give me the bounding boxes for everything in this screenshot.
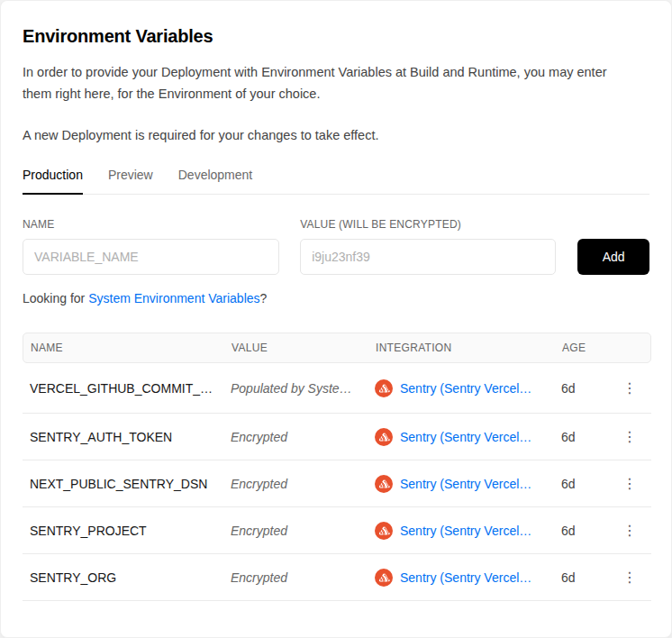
environment-variables-panel: Environment Variables In order to provid… [0, 0, 672, 638]
variable-value-cell: Encrypted [231, 524, 375, 538]
variable-name-cell: SENTRY_AUTH_TOKEN [23, 430, 231, 444]
tab-label: Development [178, 168, 253, 182]
row-actions: ⋮ [617, 378, 653, 399]
column-header-name: NAME [23, 342, 232, 354]
variable-name-cell: VERCEL_GITHUB_COMMIT_… [23, 381, 231, 396]
row-actions: ⋮ [617, 520, 653, 542]
name-label: NAME [23, 218, 279, 231]
kebab-menu-icon[interactable]: ⋮ [617, 378, 642, 399]
integration-link[interactable]: Sentry (Sentry Vercel… [400, 570, 531, 585]
system-env-hint: Looking for System Environment Variables… [23, 291, 649, 305]
integration-cell: Sentry (Sentry Vercel… [375, 428, 561, 446]
redeploy-note-text: A new Deployment is required for your ch… [23, 124, 628, 146]
sentry-icon [375, 475, 393, 493]
sentry-icon [375, 522, 393, 540]
variable-name-input[interactable] [23, 239, 279, 275]
column-header-age: AGE [562, 342, 618, 354]
integration-link[interactable]: Sentry (Sentry Vercel… [400, 524, 531, 538]
value-label: VALUE (WILL BE ENCRYPTED) [300, 218, 556, 231]
table-row: VERCEL_GITHUB_COMMIT_… Populated by Syst… [23, 363, 651, 414]
tab-label: Production [23, 168, 83, 182]
age-cell: 6d [561, 524, 617, 538]
hint-prefix: Looking for [23, 291, 88, 305]
variable-name-cell: NEXT_PUBLIC_SENTRY_DSN [23, 477, 231, 491]
variable-value-cell: Populated by Syste… [231, 381, 375, 396]
kebab-menu-icon[interactable]: ⋮ [617, 567, 642, 588]
integration-cell: Sentry (Sentry Vercel… [375, 475, 561, 493]
add-button[interactable]: Add [577, 239, 649, 275]
sentry-icon [375, 428, 393, 446]
row-actions: ⋮ [617, 426, 653, 448]
table-header-row: NAME VALUE INTEGRATION AGE [23, 333, 651, 363]
age-cell: 6d [561, 430, 617, 444]
sentry-icon [375, 569, 393, 587]
row-actions: ⋮ [617, 567, 653, 588]
variable-value-cell: Encrypted [231, 570, 375, 585]
environment-tab[interactable]: Production [23, 168, 83, 195]
kebab-menu-icon[interactable]: ⋮ [617, 473, 642, 495]
integration-link[interactable]: Sentry (Sentry Vercel… [400, 477, 531, 491]
integration-cell: Sentry (Sentry Vercel… [375, 569, 561, 587]
variable-value-cell: Encrypted [231, 430, 375, 444]
variable-name-cell: SENTRY_ORG [23, 570, 231, 585]
variable-value-input[interactable] [300, 239, 556, 275]
environment-tabs: Production Preview Development [23, 168, 649, 195]
name-field-group: NAME [23, 218, 279, 275]
value-field-group: VALUE (WILL BE ENCRYPTED) [300, 218, 556, 275]
column-header-value: VALUE [232, 342, 376, 354]
sentry-icon [375, 379, 393, 397]
variable-value-cell: Encrypted [231, 477, 375, 491]
table-row: NEXT_PUBLIC_SENTRY_DSN Encrypted Sentry … [23, 460, 651, 507]
description-text: In order to provide your Deployment with… [23, 61, 628, 105]
tab-label: Preview [108, 168, 153, 182]
table-row: SENTRY_PROJECT Encrypted Sentry (Sentry … [23, 507, 651, 554]
hint-suffix: ? [260, 291, 268, 305]
kebab-menu-icon[interactable]: ⋮ [617, 520, 642, 542]
kebab-menu-icon[interactable]: ⋮ [617, 426, 642, 448]
variables-table: NAME VALUE INTEGRATION AGE VERCEL_GITHUB… [23, 333, 651, 601]
integration-cell: Sentry (Sentry Vercel… [375, 522, 561, 540]
variable-name-cell: SENTRY_PROJECT [23, 524, 231, 538]
integration-cell: Sentry (Sentry Vercel… [375, 379, 561, 397]
column-header-integration: INTEGRATION [376, 342, 562, 354]
add-variable-form: NAME VALUE (WILL BE ENCRYPTED) Add [23, 218, 649, 275]
environment-tab[interactable]: Preview [108, 168, 153, 194]
integration-link[interactable]: Sentry (Sentry Vercel… [400, 381, 531, 396]
table-row: SENTRY_ORG Encrypted Sentry (Sentry Verc… [23, 554, 651, 601]
integration-link[interactable]: Sentry (Sentry Vercel… [400, 430, 531, 444]
page-title: Environment Variables [23, 26, 649, 47]
age-cell: 6d [561, 381, 617, 396]
age-cell: 6d [561, 477, 617, 491]
table-body: VERCEL_GITHUB_COMMIT_… Populated by Syst… [23, 363, 651, 601]
age-cell: 6d [561, 570, 617, 585]
table-row: SENTRY_AUTH_TOKEN Encrypted Sentry (Sent… [23, 414, 651, 460]
row-actions: ⋮ [617, 473, 653, 495]
environment-tab[interactable]: Development [178, 168, 253, 194]
system-env-variables-link[interactable]: System Environment Variables [88, 291, 259, 305]
